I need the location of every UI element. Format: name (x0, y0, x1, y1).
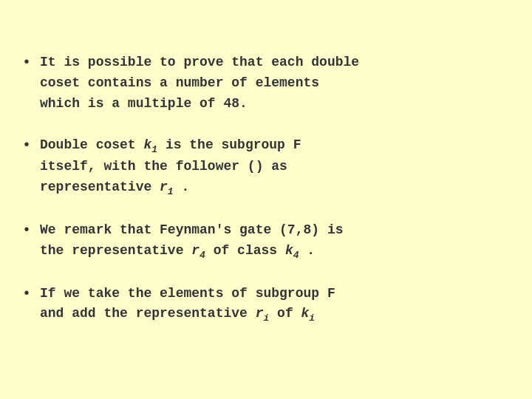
bullet-item-4: • If we take the elements of subgroup F … (22, 284, 510, 327)
bullet-text-3: We remark that Feynman's gate (7,8) is t… (40, 220, 343, 263)
bullet-item-3: • We remark that Feynman's gate (7,8) is… (22, 220, 510, 263)
main-content: • It is possible to prove that each doub… (15, 38, 517, 361)
bullet-marker-3: • (22, 222, 31, 239)
bullet-item-2: • Double coset k1 is the subgroup F itse… (22, 135, 510, 200)
bullet-text-2: Double coset k1 is the subgroup F itself… (40, 135, 301, 200)
bullet-marker-1: • (22, 54, 31, 71)
bullet-marker-2: • (22, 137, 31, 154)
bullet-text-1: It is possible to prove that each double… (40, 52, 359, 115)
bullet-marker-4: • (22, 285, 31, 302)
bullet-item-1: • It is possible to prove that each doub… (22, 52, 510, 115)
bullet-text-4: If we take the elements of subgroup F an… (40, 284, 335, 327)
